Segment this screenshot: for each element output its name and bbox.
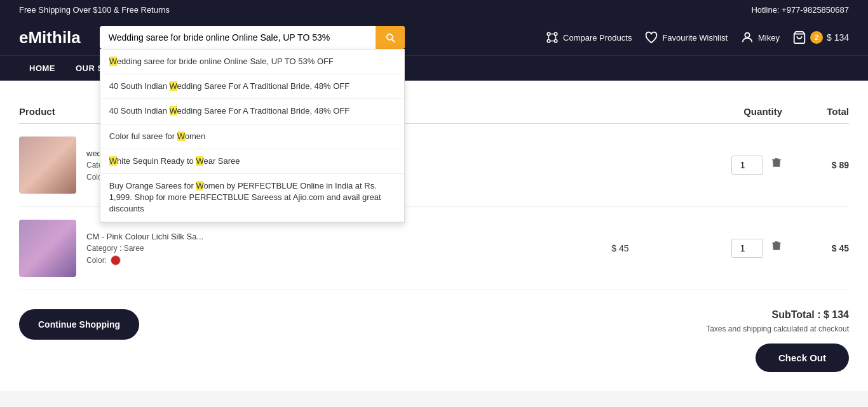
cart-badge: 2 bbox=[810, 31, 823, 44]
col-total: Total bbox=[782, 100, 849, 124]
autocomplete-item[interactable]: 40 South Indian Wedding Saree For A Trad… bbox=[100, 74, 404, 99]
autocomplete-item[interactable]: Color ful saree for Women bbox=[100, 124, 404, 149]
svg-point-2 bbox=[547, 39, 550, 43]
summary-section: SubTotal : $ 134 Taxes and shipping calc… bbox=[706, 309, 849, 372]
col-quantity: Quantity bbox=[629, 100, 782, 124]
wishlist-label: Favourite Wishlist bbox=[662, 33, 728, 43]
logo[interactable]: eMithila bbox=[19, 28, 81, 48]
header: eMithila Wedding saree for bride online … bbox=[0, 20, 868, 55]
autocomplete-item[interactable]: Buy Orange Sarees for Women by PERFECTBL… bbox=[100, 174, 404, 222]
color-label: Color: bbox=[86, 256, 107, 265]
cart-group[interactable]: 2 $ 134 bbox=[792, 30, 849, 44]
autocomplete-item[interactable]: Wedding saree for bride online Online Sa… bbox=[100, 50, 404, 74]
product-cell: CM - Pink Colour Lichi Silk Sa... Catego… bbox=[19, 220, 576, 277]
total-cell: $ 89 bbox=[782, 124, 849, 207]
trash-icon bbox=[771, 240, 782, 251]
heart-icon bbox=[644, 30, 658, 44]
total-cell: $ 45 bbox=[782, 207, 849, 290]
product-name: CM - Pink Colour Lichi Silk Sa... bbox=[86, 232, 203, 241]
autocomplete-item[interactable]: 40 South Indian Wedding Saree For A Trad… bbox=[100, 99, 404, 124]
color-swatch bbox=[111, 255, 121, 265]
trash-icon bbox=[771, 157, 782, 168]
top-banner: Free Shipping Over $100 & Free Returns H… bbox=[0, 0, 868, 20]
price-cell: $ 45 bbox=[576, 207, 628, 290]
product-info: CM - Pink Colour Lichi Silk Sa... Catego… bbox=[86, 232, 203, 265]
svg-point-3 bbox=[554, 39, 557, 43]
user-group[interactable]: Mikey bbox=[740, 30, 780, 44]
user-icon bbox=[740, 30, 754, 44]
qty-cell bbox=[629, 207, 782, 290]
wishlist-group[interactable]: Favourite Wishlist bbox=[644, 30, 728, 44]
banner-right-text: Hotline: +977-9825850687 bbox=[751, 5, 849, 15]
price-cell bbox=[576, 124, 628, 207]
svg-point-1 bbox=[554, 32, 557, 36]
autocomplete-dropdown: Wedding saree for bride online Online Sa… bbox=[100, 49, 405, 223]
search-button[interactable] bbox=[376, 26, 405, 49]
autocomplete-item[interactable]: White Sequin Ready to Wear Saree bbox=[100, 149, 404, 174]
svg-point-8 bbox=[745, 33, 749, 37]
compare-label: Compare Products bbox=[563, 33, 632, 43]
search-input[interactable] bbox=[100, 26, 405, 49]
checkout-button[interactable]: Check Out bbox=[756, 344, 849, 372]
subtotal: SubTotal : $ 134 bbox=[706, 309, 849, 321]
banner-left-text: Free Shipping Over $100 & Free Returns bbox=[19, 5, 170, 15]
quantity-input[interactable] bbox=[731, 239, 763, 258]
cart-footer: Continue Shopping SubTotal : $ 134 Taxes… bbox=[19, 309, 849, 372]
svg-point-0 bbox=[547, 32, 550, 36]
header-icons: Compare Products Favourite Wishlist Mike… bbox=[545, 30, 849, 44]
cart-total: $ 134 bbox=[827, 32, 849, 43]
delete-button[interactable] bbox=[771, 240, 782, 253]
continue-shopping-button[interactable]: Continue Shopping bbox=[19, 309, 139, 340]
product-color: Color: bbox=[86, 255, 203, 265]
delete-button[interactable] bbox=[771, 157, 782, 170]
product-thumbnail bbox=[19, 137, 76, 194]
user-label: Mikey bbox=[758, 33, 780, 43]
search-icon bbox=[384, 32, 396, 43]
product-category: Category : Saree bbox=[86, 244, 203, 253]
col-price bbox=[576, 100, 628, 124]
compare-products-group[interactable]: Compare Products bbox=[545, 30, 632, 44]
cart-icon bbox=[792, 30, 806, 44]
search-wrapper: Wedding saree for bride online Online Sa… bbox=[100, 26, 405, 49]
nav-item-home[interactable]: HOME bbox=[19, 56, 65, 81]
tax-note: Taxes and shipping calculated at checkou… bbox=[706, 324, 849, 333]
product-thumbnail bbox=[19, 220, 76, 277]
quantity-input[interactable] bbox=[731, 156, 763, 175]
compare-icon bbox=[545, 30, 559, 44]
qty-cell bbox=[629, 124, 782, 207]
